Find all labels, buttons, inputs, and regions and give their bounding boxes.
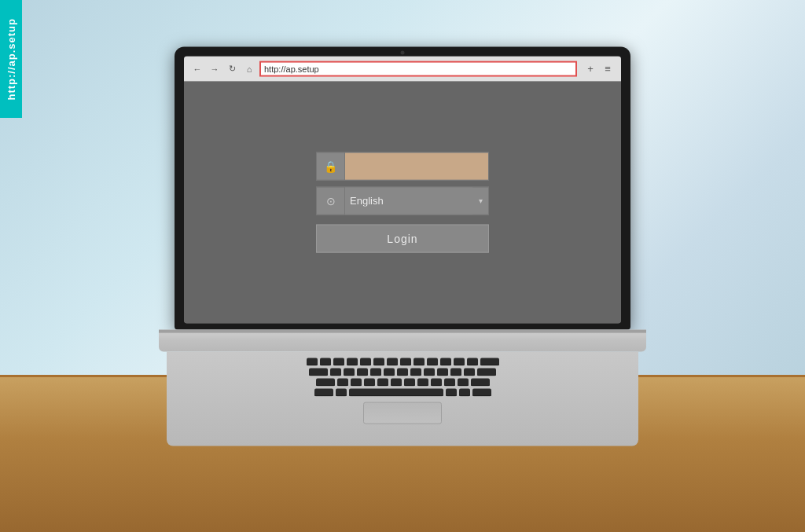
key [480, 358, 499, 365]
key [320, 358, 331, 365]
key [454, 358, 465, 365]
language-group: ⊙ English Chinese Spanish French ▾ [316, 186, 489, 215]
key [384, 368, 395, 376]
password-input[interactable] [345, 152, 488, 179]
back-button[interactable]: ← [190, 61, 204, 75]
new-tab-button[interactable]: + [583, 61, 597, 75]
password-group: 🔒 [316, 152, 489, 180]
chevron-down-icon: ▾ [472, 186, 488, 215]
keyboard-row-1 [307, 358, 499, 365]
key [370, 368, 381, 376]
language-select[interactable]: English Chinese Spanish French [345, 187, 472, 214]
key [351, 378, 362, 386]
key [330, 368, 341, 376]
laptop-base [159, 329, 646, 351]
sidebar-label: http://ap.setup [0, 0, 22, 118]
key [387, 358, 398, 365]
toolbar-right: + ≡ [583, 61, 615, 75]
sidebar-url-text: http://ap.setup [6, 18, 17, 101]
browser-window: ← → ↻ ⌂ + ≡ 🔒 [184, 56, 621, 323]
address-bar[interactable] [259, 61, 577, 76]
key [414, 358, 425, 365]
key [307, 358, 318, 365]
key [316, 378, 335, 386]
home-button[interactable]: ⌂ [242, 61, 256, 75]
key [477, 368, 496, 376]
key [391, 378, 402, 386]
lock-icon: 🔒 [317, 152, 345, 180]
key [472, 388, 491, 396]
camera [401, 50, 405, 54]
key [373, 358, 384, 365]
key [336, 388, 347, 396]
address-bar-wrapper [259, 61, 577, 76]
key [464, 368, 475, 376]
screen-lid: ← → ↻ ⌂ + ≡ 🔒 [175, 46, 630, 329]
key [309, 368, 328, 376]
keyboard-row-2 [309, 368, 496, 376]
key [458, 378, 469, 386]
key [377, 378, 388, 386]
key [467, 358, 478, 365]
key [333, 358, 344, 365]
key [437, 368, 448, 376]
key [360, 358, 371, 365]
keyboard-area [167, 351, 638, 446]
key [444, 378, 455, 386]
key [344, 368, 355, 376]
laptop-hinge [159, 329, 646, 332]
key [459, 388, 470, 396]
key [400, 358, 411, 365]
keyboard-row-4 [314, 388, 491, 396]
laptop: ← → ↻ ⌂ + ≡ 🔒 [159, 46, 646, 446]
key [337, 378, 348, 386]
keyboard-row-3 [316, 378, 490, 386]
enter-key[interactable] [471, 378, 490, 386]
key [404, 378, 415, 386]
key [364, 378, 375, 386]
key [417, 378, 428, 386]
forward-button[interactable]: → [208, 61, 222, 75]
key [314, 388, 333, 396]
key [440, 358, 451, 365]
login-button[interactable]: Login [316, 224, 489, 252]
key [397, 368, 408, 376]
spacebar[interactable] [349, 388, 443, 396]
refresh-button[interactable]: ↻ [225, 61, 239, 75]
trackpad[interactable] [363, 402, 442, 424]
key [357, 368, 368, 376]
key [450, 368, 461, 376]
menu-button[interactable]: ≡ [601, 61, 615, 75]
login-form: 🔒 ⊙ English Chinese Spanish French ▾ [316, 152, 489, 252]
key [446, 388, 457, 396]
key [410, 368, 421, 376]
key [347, 358, 358, 365]
key [431, 378, 442, 386]
key [427, 358, 438, 365]
globe-icon: ⊙ [317, 186, 345, 215]
browser-content: 🔒 ⊙ English Chinese Spanish French ▾ [184, 81, 621, 323]
browser-toolbar: ← → ↻ ⌂ + ≡ [184, 56, 621, 81]
key [424, 368, 435, 376]
